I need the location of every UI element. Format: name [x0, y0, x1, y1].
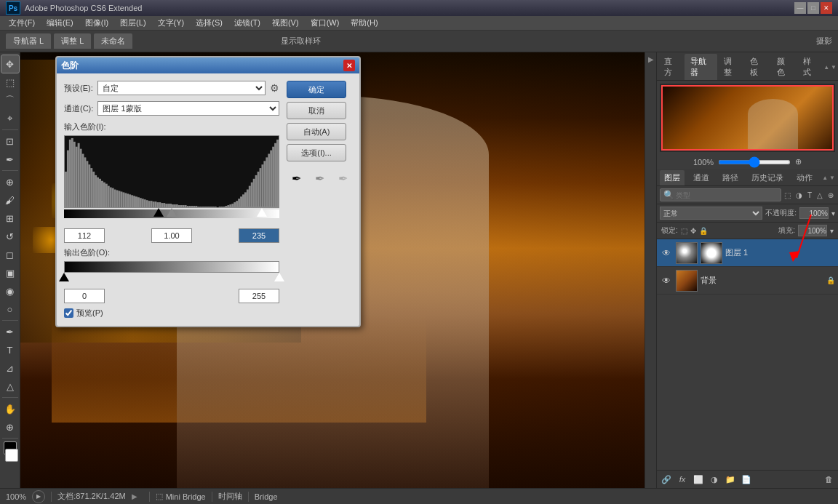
tool-blur[interactable]: ◉	[1, 282, 19, 300]
menu-image[interactable]: 图像(I)	[79, 16, 114, 30]
layers-tab-paths[interactable]: 路径	[718, 170, 743, 185]
white-input-value[interactable]	[239, 228, 279, 243]
layers-tab-channels[interactable]: 通道	[689, 170, 714, 185]
preset-select[interactable]: 自定	[97, 81, 266, 95]
menu-edit[interactable]: 编辑(E)	[41, 16, 79, 30]
tool-path-select[interactable]: ⊿	[1, 359, 19, 377]
rp-tab-adjust[interactable]: 调整	[718, 54, 743, 80]
layer-fx-button[interactable]: fx	[676, 473, 689, 486]
menu-select[interactable]: 选择(S)	[190, 16, 228, 30]
lock-position-icon[interactable]: ✥	[690, 227, 696, 235]
tool-history-brush[interactable]: ↺	[1, 228, 19, 245]
fill-input[interactable]	[798, 225, 827, 236]
collapse-arrow[interactable]: ▶	[648, 55, 654, 63]
layers-tab-actions[interactable]: 动作	[792, 170, 817, 185]
preview-checkbox[interactable]	[64, 308, 73, 318]
tool-lasso[interactable]: ⌒	[1, 92, 19, 109]
tool-pen[interactable]: ✒	[1, 323, 19, 340]
opacity-arrow[interactable]: ▾	[831, 209, 835, 217]
filter-pixel-icon[interactable]: ⬚	[783, 191, 792, 200]
layers-tab-history[interactable]: 历史记录	[747, 170, 788, 185]
filter-text-icon[interactable]: T	[806, 191, 813, 200]
ok-button[interactable]: 确定	[287, 81, 346, 98]
tool-type[interactable]: T	[1, 341, 19, 359]
maximize-button[interactable]: □	[807, 2, 819, 14]
input-slider-row[interactable]	[64, 209, 279, 224]
black-eyedropper[interactable]: ✒	[287, 169, 305, 187]
rp-tab-histogram[interactable]: 直方	[658, 54, 684, 80]
layers-tab-layers[interactable]: 图层	[660, 170, 685, 185]
menu-text[interactable]: 文字(Y)	[152, 16, 191, 30]
layers-scroll-down[interactable]: ▼	[829, 175, 835, 181]
gray-input-slider[interactable]	[167, 208, 177, 217]
filter-shape-icon[interactable]: △	[815, 191, 824, 200]
add-mask-button[interactable]: ⬜	[692, 473, 705, 486]
toolbar-tab-unnamed[interactable]: 未命名	[94, 33, 132, 49]
link-layers-button[interactable]: 🔗	[660, 473, 673, 486]
settings-icon[interactable]: ⚙	[270, 82, 279, 94]
menu-layer[interactable]: 图层(L)	[114, 16, 151, 30]
close-button[interactable]: ✕	[821, 2, 832, 14]
layer-1-eye[interactable]: 👁	[660, 247, 673, 260]
toolbar-tab-adjust[interactable]: 调整 L	[54, 33, 91, 49]
tool-shape[interactable]: △	[1, 377, 19, 395]
dialog-close-button[interactable]: ✕	[343, 60, 355, 71]
menu-file[interactable]: 文件(F)	[3, 16, 41, 30]
black-output-slider[interactable]	[59, 273, 69, 281]
tool-dodge[interactable]: ○	[1, 300, 19, 318]
toolbar-tab-navigator[interactable]: 导航器 L	[6, 33, 51, 49]
blend-mode-select[interactable]: 正常	[660, 207, 762, 220]
new-layer-button[interactable]: 📄	[740, 473, 753, 486]
background-color[interactable]	[5, 449, 18, 462]
rp-tab-styles[interactable]: 样式	[797, 54, 823, 80]
menu-view[interactable]: 视图(V)	[266, 16, 305, 30]
white-output-slider[interactable]	[274, 273, 284, 281]
tool-heal[interactable]: ⊕	[1, 173, 19, 191]
menu-window[interactable]: 窗口(W)	[305, 16, 346, 30]
zoom-menu-button[interactable]: ▶	[32, 490, 45, 503]
layers-scroll-up[interactable]: ▲	[822, 175, 828, 181]
adjustment-layer-button[interactable]: ◑	[708, 473, 721, 486]
tool-selection[interactable]: ⬚	[1, 73, 19, 91]
panel-scroll-up[interactable]: ▲	[823, 64, 829, 71]
tool-crop[interactable]: ⊡	[1, 132, 19, 150]
auto-button[interactable]: 自动(A)	[287, 123, 346, 140]
lock-all-icon[interactable]: 🔒	[699, 227, 708, 235]
gray-eyedropper[interactable]: ✒	[311, 169, 328, 187]
rp-tab-navigator[interactable]: 导航器	[685, 54, 717, 80]
lock-pixel-icon[interactable]: ⬚	[681, 227, 687, 235]
filter-adjust-icon[interactable]: ◑	[794, 191, 804, 200]
black-output-value[interactable]	[64, 289, 105, 303]
layer-bg-eye[interactable]: 👁	[660, 274, 673, 287]
tool-move[interactable]: ✥	[1, 55, 19, 73]
minimize-button[interactable]: —	[794, 2, 806, 14]
fill-arrow[interactable]: ▾	[830, 227, 834, 235]
white-input-slider[interactable]	[257, 208, 267, 217]
channel-select[interactable]: 图层 1蒙版	[97, 101, 279, 116]
filter-smart-icon[interactable]: ⊕	[826, 191, 835, 200]
tool-brush[interactable]: 🖌	[1, 191, 19, 209]
title-bar-controls[interactable]: — □ ✕	[794, 2, 832, 14]
white-output-value[interactable]	[239, 289, 279, 303]
layer-item-1[interactable]: 👁 图层 1	[657, 239, 838, 267]
tool-zoom[interactable]: ⊕	[1, 418, 19, 436]
tool-eraser[interactable]: ◻	[1, 246, 19, 263]
gamma-input-value[interactable]	[151, 228, 192, 243]
layer-group-button[interactable]: 📁	[724, 473, 737, 486]
tool-eyedropper[interactable]: ✒	[1, 151, 19, 168]
layers-search-input[interactable]	[676, 191, 719, 199]
timeline-button[interactable]: 时间轴	[218, 491, 242, 502]
delete-layer-button[interactable]: 🗑	[822, 473, 835, 486]
white-eyedropper[interactable]: ✒	[334, 169, 351, 187]
menu-filter[interactable]: 滤镜(T)	[228, 16, 266, 30]
bridge-button[interactable]: Bridge	[255, 492, 278, 501]
cancel-button[interactable]: 取消	[287, 102, 346, 119]
dialog-title-bar[interactable]: 色阶 ✕	[57, 57, 359, 73]
tool-gradient[interactable]: ▣	[1, 264, 19, 281]
options-button[interactable]: 选项(I)...	[287, 144, 346, 161]
zoom-slider[interactable]	[718, 160, 791, 164]
tool-wand[interactable]: ⌖	[1, 110, 19, 127]
mini-bridge-button[interactable]: ⬚ Mini Bridge	[156, 492, 206, 501]
layer-item-background[interactable]: 👁 背景 🔒	[657, 267, 838, 295]
opacity-input[interactable]	[799, 207, 829, 219]
